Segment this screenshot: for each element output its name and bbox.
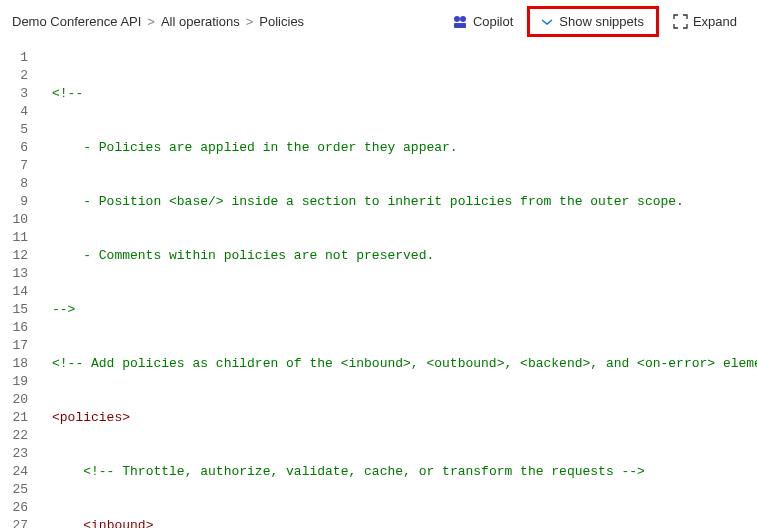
show-snippets-label: Show snippets [559, 14, 644, 29]
line-number: 2 [0, 67, 42, 85]
line-number: 5 [0, 121, 42, 139]
code-comment: <!-- Add policies as children of the <in… [52, 356, 757, 371]
breadcrumb-item-api[interactable]: Demo Conference API [12, 14, 141, 29]
line-number: 11 [0, 229, 42, 247]
line-number: 27 [0, 517, 42, 528]
line-number: 9 [0, 193, 42, 211]
code-comment: - Policies are applied in the order they… [52, 140, 458, 155]
show-snippets-button[interactable]: Show snippets [532, 10, 652, 33]
line-number: 4 [0, 103, 42, 121]
breadcrumb-sep: > [147, 14, 155, 29]
line-number: 16 [0, 319, 42, 337]
line-number: 17 [0, 337, 42, 355]
line-number: 12 [0, 247, 42, 265]
code-area[interactable]: <!-- - Policies are applied in the order… [42, 47, 757, 528]
breadcrumb-item-policies[interactable]: Policies [259, 14, 304, 29]
line-number: 14 [0, 283, 42, 301]
snippets-highlight-box: Show snippets [527, 6, 659, 37]
code-comment: - Comments within policies are not prese… [52, 248, 434, 263]
line-number: 18 [0, 355, 42, 373]
tag-policies: policies [60, 410, 122, 425]
line-number: 15 [0, 301, 42, 319]
code-comment: <!-- [52, 86, 83, 101]
tag-inbound: inbound [91, 518, 146, 528]
copilot-label: Copilot [473, 14, 513, 29]
code-editor[interactable]: 1234567891011121314151617181920212223242… [0, 47, 757, 528]
line-number: 10 [0, 211, 42, 229]
line-number: 21 [0, 409, 42, 427]
line-gutter: 1234567891011121314151617181920212223242… [0, 47, 42, 528]
toolbar: Copilot Show snippets Expand [444, 6, 745, 37]
line-number: 19 [0, 373, 42, 391]
line-number: 7 [0, 157, 42, 175]
copilot-button[interactable]: Copilot [444, 10, 521, 34]
expand-button[interactable]: Expand [665, 10, 745, 33]
line-number: 8 [0, 175, 42, 193]
line-number: 20 [0, 391, 42, 409]
line-number: 25 [0, 481, 42, 499]
line-number: 24 [0, 463, 42, 481]
line-number: 1 [0, 49, 42, 67]
expand-label: Expand [693, 14, 737, 29]
line-number: 3 [0, 85, 42, 103]
line-number: 22 [0, 427, 42, 445]
line-number: 13 [0, 265, 42, 283]
line-number: 26 [0, 499, 42, 517]
breadcrumb-item-operations[interactable]: All operations [161, 14, 240, 29]
breadcrumb-sep: > [246, 14, 254, 29]
code-comment: --> [52, 302, 75, 317]
header-bar: Demo Conference API > All operations > P… [0, 0, 757, 47]
breadcrumb: Demo Conference API > All operations > P… [12, 14, 304, 29]
code-comment: - Position <base/> inside a section to i… [52, 194, 684, 209]
line-number: 6 [0, 139, 42, 157]
copilot-icon [452, 14, 468, 30]
chevron-down-icon [540, 15, 554, 29]
code-comment: <!-- Throttle, authorize, validate, cach… [83, 464, 645, 479]
expand-icon [673, 14, 688, 29]
line-number: 23 [0, 445, 42, 463]
